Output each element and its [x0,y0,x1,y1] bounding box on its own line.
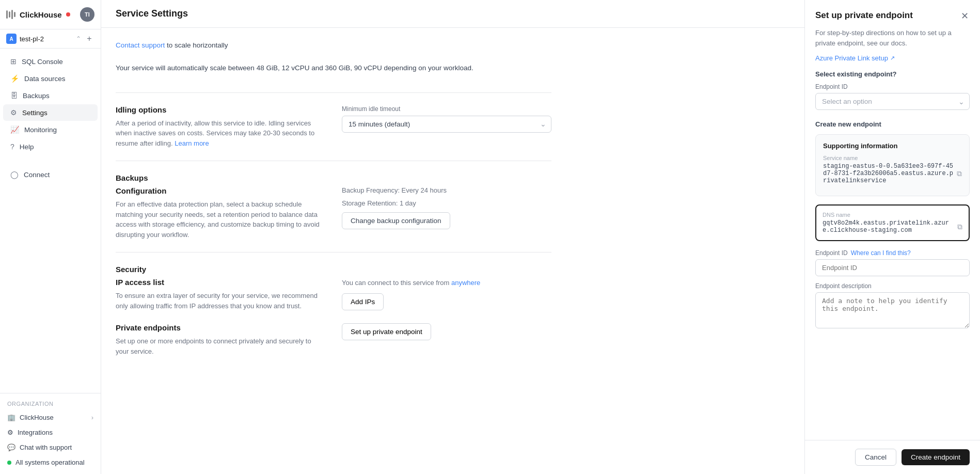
contact-support-link[interactable]: Contact support [116,41,165,49]
systems-status-item: All systems operational [0,455,101,470]
add-ips-button[interactable]: Add IPs [342,293,384,310]
chat-icon: 💬 [7,444,15,451]
endpoint-select-wrapper: Select an option ⌄ [815,93,970,110]
storage-retention: Storage Retention: 1 day [342,199,551,207]
service-name-value: staging-eastus-0-0.5a631ee3-697f-45d7-87… [823,163,954,184]
backup-frequency: Backup Frequency: Every 24 hours [342,186,551,194]
private-right: Set up private endpoint [342,323,551,340]
integrations-label: Integrations [18,429,53,436]
sidebar-item-sql-console[interactable]: ⊞ SQL Console [3,53,98,70]
org-chevron-icon: › [91,414,93,421]
add-service-button[interactable]: + [84,34,94,44]
setup-private-endpoint-button[interactable]: Set up private endpoint [342,323,431,340]
anywhere-link[interactable]: anywhere [451,279,480,287]
copy-service-name-button[interactable]: ⧉ [957,169,962,178]
sidebar-item-data-sources[interactable]: ⚡ Data sources [3,70,98,87]
idle-timeout-select-wrapper: 15 minutes (default) ⌄ [342,116,551,133]
scaling-suffix: to scale horizontally [165,41,228,49]
logo-bar-2 [9,11,10,18]
supporting-info-box: Supporting information Service name stag… [815,134,970,196]
copy-dns-name-button[interactable]: ⧉ [957,223,962,231]
ip-desc: To ensure an extra layer of security for… [116,291,325,311]
private-desc: Set up one or more endpoints to connect … [116,336,325,356]
create-new-label: Create new endpoint [815,120,970,128]
logo-text: ClickHouse [20,10,62,19]
service-name: test-pl-2 [20,35,73,43]
scaling-section: Contact support to scale horizontally Yo… [116,28,551,93]
idling-columns: Idling options After a period of inactiv… [116,105,551,149]
integrations-item[interactable]: ⚙ Integrations [0,425,101,440]
dns-box: DNS name gqtv8o2m4k.eastus.privatelink.a… [815,204,970,241]
org-name-item[interactable]: 🏢 ClickHouse › [0,410,101,425]
new-endpoint-id-label: Endpoint ID [815,249,848,257]
create-endpoint-button[interactable]: Create endpoint [902,449,970,465]
backups-icon: 🗄 [10,91,18,100]
service-chevron-icon: ⌃ [76,35,81,42]
avatar: TI [80,7,94,22]
panel-description: For step-by-step directions on how to se… [805,28,980,54]
sidebar-item-connect[interactable]: ◯ Connect [3,166,98,183]
service-name-value-row: staging-eastus-0-0.5a631ee3-697f-45d7-87… [823,163,962,184]
private-left: Private endpoints Set up one or more end… [116,323,325,356]
where-to-find-link[interactable]: Where can I find this? [851,249,911,257]
sidebar-item-backups[interactable]: 🗄 Backups [3,87,98,104]
private-heading: Private endpoints [116,323,325,332]
logo-bar-3 [11,10,13,19]
page-header: Service Settings [101,0,804,28]
org-label: Organization [0,398,101,410]
close-panel-button[interactable]: ✕ [960,10,970,22]
ip-access-columns: IP access list To ensure an extra layer … [116,278,551,311]
idling-heading: Idling options [116,105,325,114]
endpoint-id-field-label: Endpoint ID [815,83,970,90]
cancel-button[interactable]: Cancel [855,449,896,466]
sql-console-icon: ⊞ [10,57,17,66]
settings-icon: ⚙ [10,108,17,117]
chat-support-item[interactable]: 💬 Chat with support [0,440,101,455]
help-icon: ? [10,143,14,151]
ip-right: You can connect to this service from any… [342,278,551,310]
new-endpoint-id-input[interactable] [815,259,970,276]
private-endpoint-panel: Set up private endpoint ✕ For step-by-st… [804,0,980,474]
idle-timeout-select[interactable]: 15 minutes (default) [342,116,551,133]
service-name-label: Service name [823,155,962,161]
service-selector[interactable]: A test-pl-2 ⌃ + [0,29,101,49]
panel-header: Set up private endpoint ✕ [805,0,980,28]
backups-right: Backup Frequency: Every 24 hours Storage… [342,186,551,229]
backups-heading: Backups [116,173,551,182]
monitoring-icon: 📈 [10,125,19,134]
security-heading: Security [116,265,551,274]
sidebar-item-monitoring[interactable]: 📈 Monitoring [3,121,98,138]
nav-items: ⊞ SQL Console ⚡ Data sources 🗄 Backups ⚙… [0,49,101,393]
endpoint-select[interactable]: Select an option [815,93,970,110]
logo-bar: ClickHouse TI [0,0,101,29]
org-name: ClickHouse [20,414,54,421]
main-content: Service Settings Contact support to scal… [101,0,804,474]
sidebar-item-label: SQL Console [22,58,63,66]
panel-body: Select existing endpoint? Endpoint ID Se… [805,70,980,440]
data-sources-icon: ⚡ [10,74,19,83]
dns-name-label: DNS name [823,212,962,218]
ip-left: IP access list To ensure an extra layer … [116,278,325,311]
sidebar-item-help[interactable]: ? Help [3,138,98,155]
azure-link[interactable]: Azure Private Link setup ↗ [805,54,980,70]
logo-bar-1 [6,10,8,19]
integrations-icon: ⚙ [7,429,13,436]
panel-title: Set up private endpoint [815,10,913,21]
change-backup-button[interactable]: Change backup configuration [342,212,450,229]
idle-timeout-label: Minimum idle timeout [342,105,551,113]
idling-left: Idling options After a period of inactiv… [116,105,325,149]
learn-more-link[interactable]: Learn more [175,139,209,147]
scale-info-text: Your service will automatically scale be… [116,57,551,80]
sidebar-item-settings[interactable]: ⚙ Settings [3,104,98,121]
sidebar-item-label: Data sources [24,75,66,83]
sidebar-item-label: Backups [23,92,50,100]
security-section: Security IP access list To ensure an ext… [116,252,551,369]
endpoint-desc-textarea[interactable] [815,292,970,328]
operational-dot-icon [7,461,11,465]
dns-name-value: gqtv8o2m4k.eastus.privatelink.azure.clic… [823,219,954,234]
select-existing-label: Select existing endpoint? [815,70,970,78]
clickhouse-logo-icon [6,10,15,19]
idling-right: Minimum idle timeout 15 minutes (default… [342,105,551,133]
ip-heading: IP access list [116,278,325,287]
sidebar-bottom: Organization 🏢 ClickHouse › ⚙ Integratio… [0,393,101,474]
